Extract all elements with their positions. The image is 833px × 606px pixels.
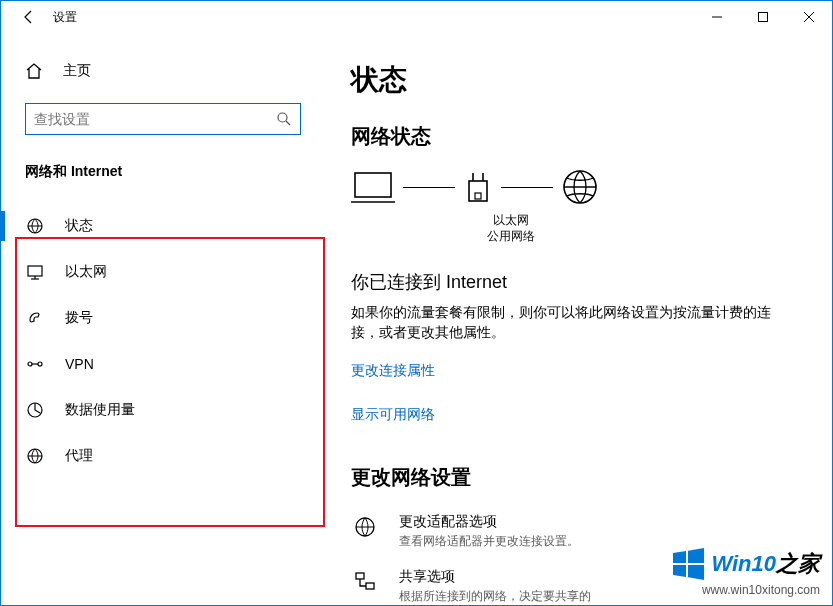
page-title: 状态	[351, 61, 812, 99]
back-button[interactable]	[9, 1, 49, 33]
svg-rect-16	[475, 193, 481, 199]
home-label: 主页	[63, 62, 91, 80]
sidebar-item-label: 代理	[65, 447, 93, 465]
svg-point-2	[278, 113, 287, 122]
windows-logo-icon	[671, 547, 705, 581]
titlebar: 设置	[1, 1, 832, 33]
share-icon	[351, 568, 379, 605]
show-networks-link[interactable]: 显示可用网络	[351, 406, 435, 424]
watermark: Win10之家 www.win10xitong.com	[671, 547, 820, 597]
status-icon	[25, 217, 45, 235]
option-sub: 根据所连接到的网络，决定要共享的	[399, 588, 591, 605]
network-diagram	[351, 168, 812, 206]
adapter-icon	[351, 513, 379, 550]
svg-rect-21	[356, 573, 364, 579]
sidebar-item-label: 拨号	[65, 309, 93, 327]
window-title: 设置	[53, 9, 77, 26]
globe-icon	[561, 168, 599, 206]
search-icon	[276, 111, 292, 127]
sidebar-item-status[interactable]: 状态	[1, 203, 311, 249]
network-status-heading: 网络状态	[351, 123, 812, 150]
watermark-brand: Win10之家	[711, 549, 820, 579]
sidebar-item-label: 状态	[65, 217, 93, 235]
svg-marker-24	[688, 548, 704, 563]
home-button[interactable]: 主页	[1, 51, 311, 91]
sidebar: 主页 网络和 Internet 状态	[1, 33, 311, 605]
option-title: 更改适配器选项	[399, 513, 579, 531]
sidebar-item-vpn[interactable]: VPN	[1, 341, 311, 387]
sidebar-item-datausage[interactable]: 数据使用量	[1, 387, 311, 433]
svg-line-3	[286, 121, 290, 125]
sidebar-item-ethernet[interactable]: 以太网	[1, 249, 311, 295]
svg-rect-13	[355, 173, 391, 197]
svg-rect-22	[366, 583, 374, 589]
svg-rect-1	[759, 13, 768, 22]
vpn-icon	[25, 355, 45, 373]
net-type-label: 公用网络	[479, 228, 543, 244]
proxy-icon	[25, 447, 45, 465]
home-icon	[25, 62, 45, 80]
watermark-url: www.win10xitong.com	[671, 583, 820, 597]
change-settings-heading: 更改网络设置	[351, 464, 812, 491]
svg-rect-5	[28, 266, 42, 276]
diagram-labels: 以太网 公用网络	[479, 212, 543, 244]
computer-icon	[351, 169, 395, 205]
sidebar-item-proxy[interactable]: 代理	[1, 433, 311, 479]
main-content: 状态 网络状态 以太网 公用网络 你已连接到 Internet	[311, 33, 832, 605]
category-heading: 网络和 Internet	[25, 163, 311, 181]
minimize-button[interactable]	[694, 1, 740, 33]
sidebar-item-dialup[interactable]: 拨号	[1, 295, 311, 341]
change-props-link[interactable]: 更改连接属性	[351, 362, 435, 380]
dialup-icon	[25, 309, 45, 327]
ethernet-icon	[25, 263, 45, 281]
option-sub: 查看网络适配器并更改连接设置。	[399, 533, 579, 550]
svg-marker-25	[673, 565, 686, 577]
data-usage-icon	[25, 401, 45, 419]
option-adapter[interactable]: 更改适配器选项 查看网络适配器并更改连接设置。	[351, 513, 812, 550]
nav-list: 状态 以太网 拨号 V	[1, 203, 311, 479]
sidebar-item-label: VPN	[65, 356, 94, 372]
option-title: 共享选项	[399, 568, 591, 586]
router-icon	[463, 169, 493, 205]
svg-point-9	[38, 362, 42, 366]
sidebar-item-label: 数据使用量	[65, 401, 135, 419]
search-input[interactable]	[34, 111, 274, 127]
eth-label: 以太网	[479, 212, 543, 228]
close-button[interactable]	[786, 1, 832, 33]
search-input-container[interactable]	[25, 103, 301, 135]
connected-heading: 你已连接到 Internet	[351, 270, 812, 294]
connected-desc: 如果你的流量套餐有限制，则你可以将此网络设置为按流量计费的连接，或者更改其他属性…	[351, 302, 771, 342]
svg-point-8	[28, 362, 32, 366]
svg-marker-23	[673, 551, 686, 563]
svg-marker-26	[688, 565, 704, 580]
maximize-button[interactable]	[740, 1, 786, 33]
svg-rect-15	[469, 181, 487, 201]
sidebar-item-label: 以太网	[65, 263, 107, 281]
